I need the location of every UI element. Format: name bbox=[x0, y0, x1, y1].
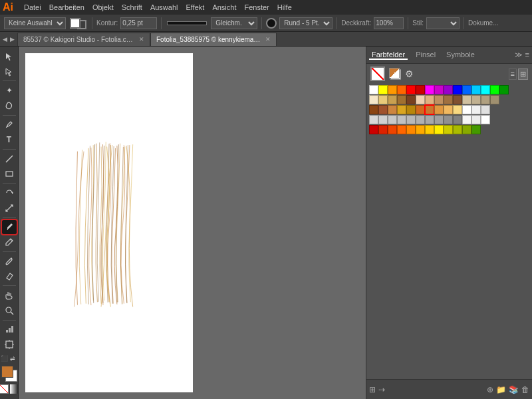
swatch-b8b8b8[interactable] bbox=[406, 115, 416, 124]
swatch-a07030[interactable] bbox=[397, 95, 406, 104]
menu-datei[interactable]: Datei bbox=[24, 3, 41, 11]
swatch-909090[interactable] bbox=[444, 115, 453, 124]
swatch-c0b090[interactable] bbox=[471, 95, 481, 104]
swatch-e0e0e0[interactable] bbox=[481, 105, 490, 114]
tab-arrow-right[interactable]: ▶ bbox=[10, 36, 15, 43]
panel-expand-icon[interactable]: ≫ bbox=[515, 51, 523, 59]
deckkraft-input[interactable] bbox=[374, 17, 404, 29]
none-icon[interactable] bbox=[0, 384, 9, 394]
swatch-ee4400[interactable] bbox=[388, 125, 397, 134]
tool-rectangle[interactable] bbox=[2, 167, 17, 182]
swatch-ffaa00[interactable] bbox=[416, 125, 425, 134]
swatch-ffcc00[interactable] bbox=[425, 125, 434, 134]
swatch-a0a0a0[interactable] bbox=[434, 115, 444, 124]
tab-symbole[interactable]: Symbole bbox=[444, 51, 477, 60]
tool-magic-wand[interactable]: ✦ bbox=[2, 83, 17, 98]
swatch-c87830-selected[interactable] bbox=[425, 105, 434, 114]
swatch-d0d0d0[interactable] bbox=[378, 115, 388, 124]
swatch-c09060[interactable] bbox=[434, 95, 444, 104]
swatch-e8c97a[interactable] bbox=[378, 95, 388, 104]
panel-add-icon[interactable]: ⊕ bbox=[487, 385, 493, 394]
swatch-f0b860[interactable] bbox=[444, 105, 453, 114]
swatch-cccc00[interactable] bbox=[444, 125, 453, 134]
menu-bearbeiten[interactable]: Bearbeiten bbox=[49, 3, 84, 11]
swatch-daa520[interactable] bbox=[397, 105, 406, 114]
tool-selection[interactable] bbox=[2, 49, 17, 64]
stroke-type-select[interactable]: Gleichm. bbox=[211, 17, 257, 29]
swatch-e09840[interactable] bbox=[434, 105, 444, 114]
canvas-area[interactable] bbox=[19, 47, 366, 399]
swatch-449900[interactable] bbox=[471, 125, 481, 134]
tool-pen[interactable] bbox=[2, 118, 17, 132]
swatch-a09070[interactable] bbox=[490, 95, 499, 104]
swatch-a0522d[interactable] bbox=[378, 105, 388, 114]
panel-bottom-share-icon[interactable]: ⇢ bbox=[378, 385, 385, 394]
stil-select[interactable] bbox=[426, 17, 460, 29]
tool-artboard[interactable] bbox=[2, 337, 17, 352]
swatch-c8a050[interactable] bbox=[388, 95, 397, 104]
tool-type[interactable]: T bbox=[2, 132, 17, 147]
tab-2[interactable]: Fotolia_53885975 © kennykieman - Fotolia… bbox=[150, 33, 277, 46]
swatch-f0f0f0[interactable] bbox=[471, 105, 481, 114]
swatch-ffffff3[interactable] bbox=[481, 115, 490, 124]
tool-direct-selection[interactable] bbox=[2, 65, 17, 79]
swatch-00ff00[interactable] bbox=[490, 85, 499, 94]
fill-color-swatch[interactable] bbox=[1, 366, 13, 378]
tool-pencil[interactable] bbox=[2, 235, 17, 249]
swatch-d0c0a0[interactable] bbox=[462, 95, 471, 104]
swatch-e0b080[interactable] bbox=[425, 95, 434, 104]
swap-colors-icon[interactable]: ⇌ bbox=[10, 355, 18, 363]
tool-hand[interactable] bbox=[2, 288, 17, 303]
swatch-808080[interactable] bbox=[453, 115, 462, 124]
tab-1-close[interactable]: ✕ bbox=[139, 36, 144, 43]
swatch-gear-icon[interactable]: ⚙ bbox=[405, 68, 414, 79]
swatch-ffffff2[interactable] bbox=[462, 105, 471, 114]
tool-rotate[interactable] bbox=[2, 186, 17, 200]
tool-lasso[interactable] bbox=[2, 98, 17, 113]
swatch-a8a8a8[interactable] bbox=[425, 115, 434, 124]
swatch-0000ff[interactable] bbox=[453, 85, 462, 94]
grid-view-btn[interactable]: ⊞ bbox=[518, 68, 528, 80]
tool-line[interactable] bbox=[2, 152, 17, 166]
tool-eraser[interactable] bbox=[2, 269, 17, 284]
brush-select[interactable]: Rund - 5 Pt. bbox=[279, 17, 332, 29]
swatch-aabb00[interactable] bbox=[453, 125, 462, 134]
panel-folder-icon[interactable]: 📁 bbox=[496, 385, 506, 394]
swatch-ff9900[interactable] bbox=[388, 85, 397, 94]
tab-pinsel[interactable]: Pinsel bbox=[413, 51, 438, 60]
panel-library-icon[interactable]: 📚 bbox=[509, 385, 519, 394]
fill-color-box[interactable] bbox=[70, 18, 80, 29]
swatch-ffffff[interactable] bbox=[369, 85, 378, 94]
swatch-cd853f[interactable] bbox=[388, 105, 397, 114]
panel-bottom-grid-icon[interactable]: ⊞ bbox=[369, 385, 376, 394]
swatch-00ffff[interactable] bbox=[481, 85, 490, 94]
swatch-ececec[interactable] bbox=[471, 115, 481, 124]
swatch-8b4513[interactable] bbox=[369, 105, 378, 114]
swatch-c8c8c8[interactable] bbox=[388, 115, 397, 124]
menu-auswahl[interactable]: Auswahl bbox=[150, 3, 178, 11]
default-colors-icon[interactable]: ⬛ bbox=[1, 355, 9, 363]
menu-fenster[interactable]: Fenster bbox=[244, 3, 269, 11]
swatch-dd2200[interactable] bbox=[378, 125, 388, 134]
panel-menu-icon[interactable]: ≡ bbox=[525, 51, 529, 59]
swatch-b8860b[interactable] bbox=[406, 105, 416, 114]
swatch-none[interactable] bbox=[370, 66, 385, 81]
tool-paintbrush[interactable] bbox=[2, 220, 17, 235]
swatch-0066ff[interactable] bbox=[462, 85, 471, 94]
swatch-cc00cc[interactable] bbox=[434, 85, 444, 94]
menu-hilfe[interactable]: Hilfe bbox=[277, 3, 292, 11]
swatch-ff0000[interactable] bbox=[406, 85, 416, 94]
swatch-784020[interactable] bbox=[406, 95, 416, 104]
list-view-btn[interactable]: ≡ bbox=[509, 68, 517, 80]
swatch-d2691e[interactable] bbox=[416, 105, 425, 114]
swatch-ff6600b[interactable] bbox=[397, 125, 406, 134]
swatch-9900cc[interactable] bbox=[444, 85, 453, 94]
swatch-c0c0c0[interactable] bbox=[397, 115, 406, 124]
kontur-input[interactable] bbox=[120, 17, 157, 29]
tab-2-close[interactable]: ✕ bbox=[265, 36, 271, 43]
tool-graph[interactable] bbox=[2, 323, 17, 337]
swatch-ff8800[interactable] bbox=[406, 125, 416, 134]
swatch-ff6600[interactable] bbox=[397, 85, 406, 94]
tab-1[interactable]: 85537 © Kakigori Studio - Fotolia.com [K… bbox=[17, 33, 150, 46]
swatch-88aa00[interactable] bbox=[462, 125, 471, 134]
